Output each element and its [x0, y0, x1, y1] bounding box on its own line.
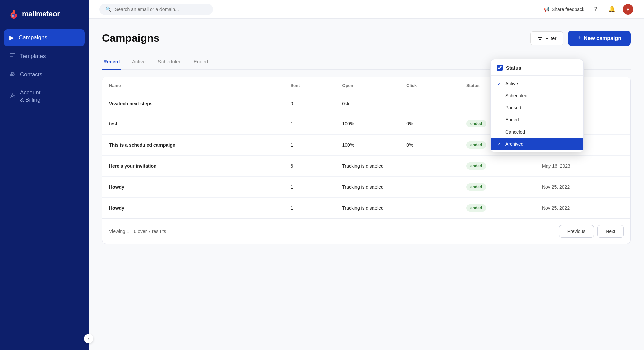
sidebar-nav: ▶ Campaigns Templates Contacts Account& … — [0, 29, 89, 108]
topbar-actions: 📢 Share feedback ? 🔔 P — [544, 4, 633, 15]
status-badge: ended — [466, 183, 486, 191]
filter-option-paused[interactable]: ✓ Paused — [491, 102, 583, 114]
cell-open: 100% — [336, 113, 400, 135]
col-click: Click — [400, 77, 460, 94]
cell-created: Nov 25, 2022 — [535, 177, 630, 198]
filter-option-ended[interactable]: ✓ Ended — [491, 114, 583, 126]
cell-name: Here's your invitation — [102, 156, 284, 177]
cell-name: test — [102, 113, 284, 135]
table-row: Here's your invitation 6 Tracking is dis… — [102, 156, 630, 177]
pagination-row: Viewing 1—6 over 7 results Previous Next — [102, 218, 630, 244]
col-sent: Sent — [284, 77, 335, 94]
logo-icon: M — [7, 8, 19, 20]
filter-option-canceled[interactable]: ✓ Canceled — [491, 126, 583, 138]
cell-sent: 6 — [284, 156, 335, 177]
cell-open: 100% — [336, 135, 400, 156]
content-area: Campaigns Filter + New campaign Recent — [89, 19, 644, 350]
pagination-info: Viewing 1—6 over 7 results — [109, 229, 166, 234]
cell-created: Nov 25, 2022 — [535, 198, 630, 219]
svg-point-5 — [11, 72, 13, 74]
cell-sent: 1 — [284, 177, 335, 198]
cell-sent: 1 — [284, 135, 335, 156]
filter-status-title: Status — [506, 65, 521, 71]
header-actions: Filter + New campaign — [530, 31, 631, 46]
filter-option-archived[interactable]: ✓ Archived — [491, 138, 583, 150]
svg-rect-4 — [10, 56, 13, 57]
col-open: Open — [336, 77, 400, 94]
filter-option-label: Archived — [505, 141, 523, 147]
cell-status: ended — [460, 177, 535, 198]
svg-text:M: M — [12, 15, 14, 17]
filter-options: ✓ Active ✓ Scheduled ✓ Paused ✓ Ended ✓ … — [491, 76, 583, 152]
sidebar-item-templates[interactable]: Templates — [4, 48, 85, 65]
status-badge: ended — [466, 204, 486, 212]
tab-scheduled-label: Scheduled — [158, 59, 182, 64]
filter-header: Status — [491, 59, 583, 76]
cell-open: Tracking is disabled — [336, 156, 460, 177]
sidebar-label-templates: Templates — [20, 53, 46, 60]
campaigns-icon: ▶ — [9, 34, 14, 41]
cell-sent: 1 — [284, 198, 335, 219]
new-campaign-button[interactable]: + New campaign — [568, 31, 631, 46]
search-box[interactable]: 🔍 — [99, 4, 213, 15]
svg-point-6 — [13, 72, 15, 74]
contacts-icon — [9, 71, 15, 78]
tab-scheduled[interactable]: Scheduled — [156, 55, 183, 70]
cell-click — [400, 94, 460, 113]
filter-label: Filter — [545, 35, 556, 41]
cell-sent: 0 — [284, 94, 335, 113]
cell-click: 0% — [400, 113, 460, 135]
tab-ended-label: Ended — [194, 59, 208, 64]
status-checkbox[interactable] — [497, 65, 503, 71]
sidebar-label-contacts: Contacts — [20, 71, 42, 78]
status-badge: ended — [466, 141, 486, 149]
cell-open: Tracking is disabled — [336, 198, 460, 219]
tab-active-label: Active — [132, 59, 146, 64]
tab-recent-label: Recent — [103, 59, 120, 64]
cell-name: Howdy — [102, 177, 284, 198]
status-badge: ended — [466, 120, 486, 127]
table-row: Howdy 1 Tracking is disabled ended Nov 2… — [102, 177, 630, 198]
cell-name: Vivatech next steps — [102, 94, 284, 113]
new-campaign-label: New campaign — [584, 35, 621, 41]
search-input[interactable] — [115, 7, 207, 12]
cell-created: May 16, 2023 — [535, 156, 630, 177]
notifications-button[interactable]: 🔔 — [607, 4, 617, 14]
svg-rect-3 — [10, 55, 15, 55]
templates-icon — [9, 52, 15, 60]
avatar-letter: P — [626, 7, 629, 12]
tab-active[interactable]: Active — [131, 55, 147, 70]
logo: M mailmeteor — [0, 0, 89, 29]
filter-option-label: Active — [505, 81, 518, 86]
help-button[interactable]: ? — [591, 4, 601, 14]
settings-icon — [9, 93, 15, 100]
sidebar-item-campaigns[interactable]: ▶ Campaigns — [4, 29, 85, 46]
next-button[interactable]: Next — [597, 225, 624, 238]
bell-icon: 🔔 — [608, 6, 615, 13]
previous-button[interactable]: Previous — [559, 225, 594, 238]
sidebar-item-account-billing[interactable]: Account& Billing — [4, 84, 85, 108]
tab-ended[interactable]: Ended — [192, 55, 209, 70]
cell-status: ended — [460, 198, 535, 219]
filter-option-label: Paused — [505, 105, 521, 110]
filter-button[interactable]: Filter — [530, 31, 563, 45]
sidebar-label-account: Account& Billing — [20, 89, 40, 104]
col-name: Name — [102, 77, 284, 94]
avatar[interactable]: P — [623, 4, 633, 15]
tab-recent[interactable]: Recent — [102, 55, 121, 70]
pagination-buttons: Previous Next — [559, 225, 624, 238]
filter-option-scheduled[interactable]: ✓ Scheduled — [491, 90, 583, 102]
filter-option-label: Scheduled — [505, 93, 527, 98]
logo-text: mailmeteor — [22, 10, 60, 18]
share-feedback-label: Share feedback — [552, 7, 584, 12]
filter-option-label: Canceled — [505, 129, 525, 135]
svg-rect-2 — [10, 53, 15, 54]
filter-option-label: Ended — [505, 117, 519, 122]
cell-open: Tracking is disabled — [336, 177, 460, 198]
cell-open: 0% — [336, 94, 400, 113]
sidebar-item-contacts[interactable]: Contacts — [4, 66, 85, 83]
help-icon: ? — [594, 6, 597, 13]
share-feedback-button[interactable]: 📢 Share feedback — [544, 7, 584, 12]
cell-name: This is a scheduled campaign — [102, 135, 284, 156]
filter-option-active[interactable]: ✓ Active — [491, 78, 583, 90]
